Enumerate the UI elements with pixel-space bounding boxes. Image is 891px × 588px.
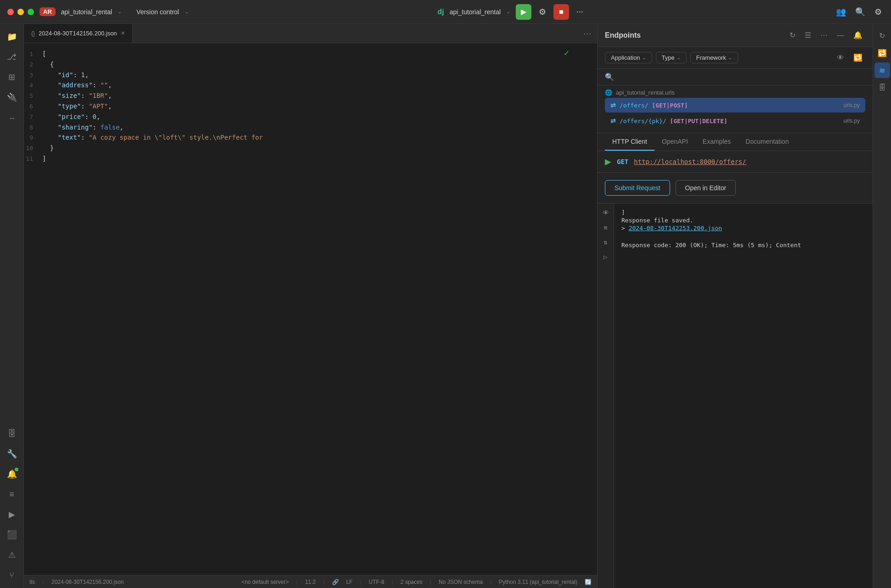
- sidebar-icon-git-branch[interactable]: ⑂: [3, 566, 21, 584]
- right-sidebar-icon-db[interactable]: 🗄: [874, 80, 890, 96]
- response-expand-icon[interactable]: ▷: [602, 251, 609, 262]
- more-options-icon[interactable]: ···: [575, 5, 585, 18]
- close-button[interactable]: [7, 9, 14, 15]
- open-in-editor-button[interactable]: Open in Editor: [676, 180, 736, 196]
- response-saved-msg: Response file saved.: [621, 217, 865, 224]
- http-tabs: HTTP Client OpenAPI Examples Documentati…: [598, 133, 873, 151]
- run-button[interactable]: ▶: [516, 4, 531, 20]
- endpoints-title: Endpoints: [605, 31, 783, 40]
- project-name[interactable]: api_tutorial_rental: [61, 8, 112, 16]
- panel-minimize-icon[interactable]: —: [834, 29, 847, 41]
- sidebar-icon-database[interactable]: 🗄: [3, 424, 21, 443]
- project-chevron-icon[interactable]: ⌄: [118, 9, 122, 15]
- tab-openapi[interactable]: OpenAPI: [654, 133, 695, 151]
- status-interpreter[interactable]: Python 3.11 (api_tutorial_rental): [499, 579, 577, 585]
- url-group-icon: 🌐: [605, 89, 612, 96]
- status-schema[interactable]: No JSON schema: [439, 579, 483, 585]
- response-eye-icon[interactable]: 👁: [601, 207, 611, 218]
- filter-framework[interactable]: Framework ⌄: [690, 52, 738, 63]
- right-sidebar-icon-api[interactable]: 🔁: [874, 45, 890, 61]
- right-sidebar-icon-active[interactable]: ≋: [874, 62, 890, 78]
- status-charset[interactable]: UTF-8: [369, 579, 384, 585]
- people-icon[interactable]: 👥: [834, 5, 848, 19]
- right-sidebar-icon-refresh[interactable]: ↻: [874, 28, 890, 43]
- response-status: Response code: 200 (OK); Time: 5ms (5 ms…: [621, 242, 865, 249]
- url-item-offers[interactable]: ⇄ /offers/ [GET|POST] urls.py: [605, 98, 865, 113]
- http-url[interactable]: http://localhost:8000/offers/: [634, 158, 746, 165]
- tab-filename: 2024-08-30T142156.200.json: [39, 30, 117, 37]
- code-editor[interactable]: 1 [ 2 { 3 "id": 1, 4 "address": "", 5: [24, 43, 597, 170]
- code-editor-wrapper: ✓ 1 [ 2 { 3 "id": 1, 4 "address": "",: [24, 43, 597, 575]
- panel-refresh-icon[interactable]: ↻: [787, 29, 798, 41]
- filter-api-icon[interactable]: 🔁: [851, 51, 865, 64]
- json-icon: {}: [31, 30, 35, 37]
- search-bar: 🔍: [598, 69, 873, 85]
- code-line-11: 11 ]: [24, 153, 597, 164]
- gear-icon[interactable]: ⚙: [873, 5, 884, 19]
- filter-type[interactable]: Type ⌄: [656, 52, 687, 63]
- django-icon: dj: [438, 8, 444, 16]
- status-server[interactable]: <no default server>: [242, 579, 289, 585]
- response-sidebar: 👁 ≡ ⇅ ▷: [598, 204, 614, 588]
- response-sort-icon[interactable]: ⇅: [602, 237, 609, 248]
- code-line-7: 7 "price": 0,: [24, 112, 597, 122]
- code-line-2: 2 {: [24, 59, 597, 70]
- center-chevron-icon[interactable]: ⌄: [506, 9, 510, 15]
- panel-notification-icon[interactable]: 🔔: [851, 29, 865, 41]
- response-content: ] Response file saved. > 2024-08-30T1422…: [614, 204, 873, 588]
- settings-icon[interactable]: ⚙: [537, 5, 548, 19]
- http-request-line: ▶ GET http://localhost:8000/offers/: [605, 157, 865, 167]
- code-line-4: 4 "address": "",: [24, 80, 597, 90]
- status-line-ending[interactable]: LF: [346, 579, 353, 585]
- status-filename: 2024-08-30T142156.200.json: [51, 579, 124, 585]
- sidebar-icon-dashboard[interactable]: ⊞: [3, 68, 21, 86]
- search-icon[interactable]: 🔍: [853, 5, 867, 19]
- sidebar-icon-tools[interactable]: 🔧: [3, 445, 21, 463]
- sidebar-icon-plugin[interactable]: 🔌: [3, 88, 21, 107]
- tab-examples[interactable]: Examples: [695, 133, 738, 151]
- sidebar-icon-terminal[interactable]: ⬛: [3, 526, 21, 544]
- center-project-name[interactable]: api_tutorial_rental: [450, 8, 501, 16]
- sidebar-icon-notification[interactable]: 🔔: [3, 465, 21, 483]
- framework-chevron-icon: ⌄: [728, 55, 732, 61]
- response-bracket: ]: [621, 209, 865, 216]
- sidebar-icon-git[interactable]: ⎇: [3, 48, 21, 66]
- search-input[interactable]: [618, 74, 865, 81]
- url-filename-1: urls.py: [844, 102, 860, 108]
- code-line-8: 8 "sharing": false,: [24, 122, 597, 133]
- play-request-button[interactable]: ▶: [605, 157, 611, 167]
- response-file-anchor[interactable]: 2024-08-30T142253.200.json: [629, 225, 722, 232]
- tab-http-client[interactable]: HTTP Client: [605, 133, 654, 151]
- title-bar: AR api_tutorial_rental ⌄ Version control…: [0, 0, 891, 24]
- version-control[interactable]: Version control: [136, 8, 179, 16]
- sidebar-icon-layers[interactable]: ≡: [3, 485, 21, 503]
- tab-documentation[interactable]: Documentation: [738, 133, 796, 151]
- status-encoding-icon[interactable]: 🔗: [332, 579, 339, 585]
- sidebar-icon-folder[interactable]: 📁: [3, 28, 21, 46]
- status-indent[interactable]: 2 spaces: [400, 579, 423, 585]
- filter-view-icon[interactable]: 👁: [834, 52, 847, 64]
- tab-close-icon[interactable]: ✕: [121, 30, 125, 36]
- action-buttons: Submit Request Open in Editor: [598, 172, 873, 203]
- sidebar-icon-warning[interactable]: ⚠: [3, 546, 21, 564]
- minimize-button[interactable]: [17, 9, 24, 15]
- type-chevron-icon: ⌄: [677, 55, 681, 61]
- stop-button[interactable]: ■: [553, 4, 569, 20]
- panel-more-icon[interactable]: ⋯: [818, 29, 830, 41]
- editor-tab[interactable]: {} 2024-08-30T142156.200.json ✕: [24, 24, 133, 43]
- response-filter-icon[interactable]: ≡: [602, 222, 609, 233]
- editor-area: {} 2024-08-30T142156.200.json ✕ ⋯ ✓ 1 [ …: [24, 24, 597, 588]
- title-center: dj api_tutorial_rental ⌄ ▶ ⚙ ■ ···: [194, 4, 829, 20]
- status-sync-icon[interactable]: 🔄: [585, 579, 592, 585]
- checkmark-icon: ✓: [564, 49, 570, 57]
- sidebar-icon-run[interactable]: ▶: [3, 505, 21, 524]
- version-chevron-icon[interactable]: ⌄: [185, 9, 189, 15]
- submit-request-button[interactable]: Submit Request: [605, 180, 670, 196]
- sidebar-icon-more[interactable]: ···: [3, 108, 21, 127]
- status-position[interactable]: 11:2: [305, 579, 316, 585]
- tab-more-icon[interactable]: ⋯: [583, 28, 597, 39]
- url-item-offers-pk[interactable]: ⇄ /offers/{pk}/ [GET|PUT|DELETE] urls.py: [605, 113, 865, 128]
- panel-list-icon[interactable]: ☰: [802, 29, 814, 41]
- maximize-button[interactable]: [28, 9, 34, 15]
- filter-application[interactable]: Application ⌄: [605, 52, 652, 63]
